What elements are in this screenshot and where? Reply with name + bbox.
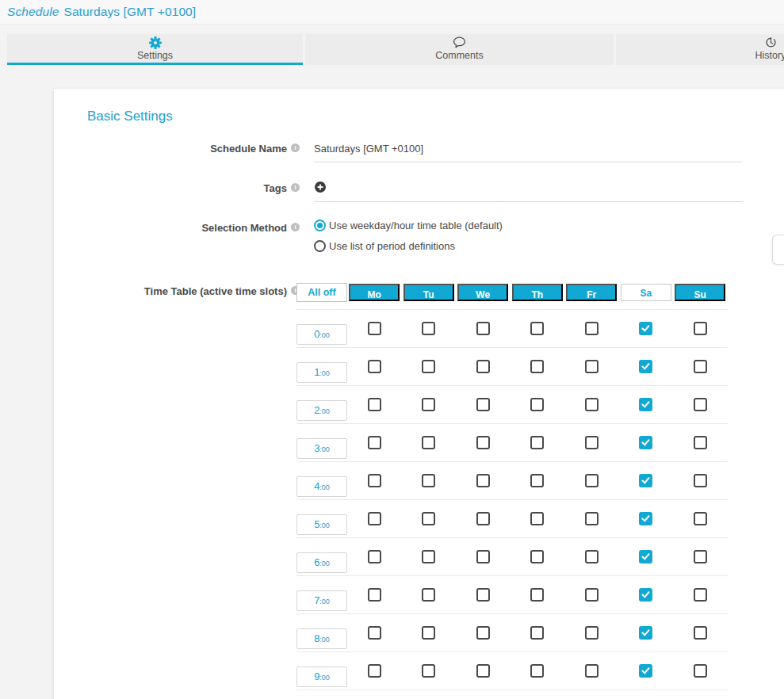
slot-checkbox-mo-2[interactable] bbox=[368, 398, 381, 411]
slot-checkbox-tu-9[interactable] bbox=[422, 664, 435, 678]
slot-checkbox-we-0[interactable] bbox=[476, 322, 490, 335]
slot-checkbox-fr-2[interactable] bbox=[585, 398, 599, 411]
day-toggle-mo[interactable]: Mo bbox=[349, 284, 400, 301]
schedule-name-input[interactable] bbox=[314, 140, 742, 162]
slot-checkbox-fr-1[interactable] bbox=[585, 360, 599, 373]
slot-checkbox-fr-4[interactable] bbox=[585, 474, 599, 487]
slot-checkbox-fr-8[interactable] bbox=[585, 626, 599, 640]
radio-option[interactable]: Use weekday/hour time table (default) bbox=[314, 220, 503, 231]
slot-checkbox-su-2[interactable] bbox=[694, 398, 707, 411]
slot-checkbox-we-4[interactable] bbox=[476, 474, 490, 487]
slot-checkbox-tu-1[interactable] bbox=[422, 360, 435, 373]
slot-checkbox-mo-5[interactable] bbox=[368, 512, 381, 525]
info-icon[interactable]: i bbox=[291, 183, 300, 192]
slot-checkbox-su-6[interactable] bbox=[694, 550, 707, 563]
hour-toggle-2[interactable]: 2:00 bbox=[296, 400, 347, 421]
slot-checkbox-tu-8[interactable] bbox=[422, 626, 435, 640]
slot-checkbox-we-3[interactable] bbox=[476, 436, 490, 449]
slot-checkbox-sa-7[interactable] bbox=[639, 588, 652, 602]
slot-checkbox-tu-5[interactable] bbox=[422, 512, 435, 525]
hour-toggle-1[interactable]: 1:00 bbox=[296, 362, 347, 383]
slot-checkbox-sa-2[interactable] bbox=[639, 398, 652, 411]
slot-checkbox-mo-6[interactable] bbox=[368, 550, 381, 563]
slot-checkbox-fr-5[interactable] bbox=[585, 512, 599, 525]
info-icon[interactable]: i bbox=[291, 143, 300, 152]
slot-checkbox-su-1[interactable] bbox=[694, 360, 707, 373]
slot-checkbox-tu-6[interactable] bbox=[422, 550, 435, 563]
tab-history[interactable]: History bbox=[616, 34, 784, 65]
slot-checkbox-we-2[interactable] bbox=[476, 398, 490, 411]
hour-toggle-5[interactable]: 5:00 bbox=[296, 514, 347, 535]
slot-checkbox-sa-3[interactable] bbox=[639, 436, 652, 449]
slot-checkbox-mo-7[interactable] bbox=[368, 588, 381, 602]
slot-checkbox-we-6[interactable] bbox=[476, 550, 490, 563]
slot-checkbox-mo-1[interactable] bbox=[368, 360, 381, 373]
day-toggle-sa[interactable]: Sa bbox=[621, 284, 671, 301]
slot-checkbox-th-6[interactable] bbox=[530, 550, 544, 563]
day-toggle-su[interactable]: Su bbox=[675, 284, 725, 301]
hour-toggle-6[interactable]: 6:00 bbox=[296, 552, 347, 573]
slot-checkbox-mo-3[interactable] bbox=[368, 436, 381, 449]
slot-checkbox-su-0[interactable] bbox=[694, 322, 707, 335]
slot-checkbox-fr-0[interactable] bbox=[585, 322, 599, 335]
hour-toggle-3[interactable]: 3:00 bbox=[296, 438, 347, 459]
slot-checkbox-sa-1[interactable] bbox=[639, 360, 652, 373]
slot-checkbox-su-5[interactable] bbox=[694, 512, 707, 525]
slot-checkbox-th-9[interactable] bbox=[530, 664, 544, 678]
slot-checkbox-we-7[interactable] bbox=[476, 588, 490, 602]
slot-checkbox-sa-0[interactable] bbox=[639, 322, 652, 335]
day-toggle-tu[interactable]: Tu bbox=[403, 284, 454, 301]
slot-checkbox-mo-0[interactable] bbox=[368, 322, 381, 335]
tab-settings[interactable]: Settings bbox=[7, 34, 303, 65]
slot-checkbox-sa-4[interactable] bbox=[639, 474, 652, 487]
add-tag-button[interactable] bbox=[315, 181, 326, 195]
slot-checkbox-sa-5[interactable] bbox=[639, 512, 652, 525]
slot-cell bbox=[347, 626, 402, 640]
info-icon[interactable]: i bbox=[291, 223, 300, 231]
all-off-button[interactable]: All off bbox=[296, 283, 347, 302]
slot-checkbox-sa-9[interactable] bbox=[639, 664, 652, 678]
slot-checkbox-tu-0[interactable] bbox=[422, 322, 435, 335]
day-toggle-th[interactable]: Th bbox=[512, 284, 563, 301]
slot-checkbox-fr-7[interactable] bbox=[585, 588, 599, 602]
hour-toggle-7[interactable]: 7:00 bbox=[296, 590, 347, 611]
slot-checkbox-su-9[interactable] bbox=[694, 664, 707, 678]
hour-toggle-0[interactable]: 0:00 bbox=[296, 324, 347, 345]
slot-checkbox-th-8[interactable] bbox=[530, 626, 544, 640]
slot-checkbox-su-8[interactable] bbox=[694, 626, 707, 640]
radio-option[interactable]: Use list of period definitions bbox=[314, 240, 503, 252]
slot-checkbox-th-5[interactable] bbox=[530, 512, 544, 525]
day-toggle-fr[interactable]: Fr bbox=[566, 284, 617, 301]
slot-checkbox-th-4[interactable] bbox=[530, 474, 544, 487]
slot-checkbox-fr-6[interactable] bbox=[585, 550, 599, 563]
slot-checkbox-mo-4[interactable] bbox=[368, 474, 381, 487]
slot-checkbox-we-5[interactable] bbox=[476, 512, 490, 525]
tab-comments[interactable]: Comments bbox=[305, 34, 614, 65]
hour-toggle-9[interactable]: 9:00 bbox=[296, 667, 347, 687]
slot-checkbox-su-7[interactable] bbox=[694, 588, 707, 602]
slot-checkbox-th-1[interactable] bbox=[530, 360, 544, 373]
slot-checkbox-th-2[interactable] bbox=[530, 398, 544, 411]
slot-checkbox-su-4[interactable] bbox=[694, 474, 707, 487]
slot-checkbox-fr-9[interactable] bbox=[585, 664, 599, 678]
slot-checkbox-mo-8[interactable] bbox=[368, 626, 381, 640]
slot-checkbox-th-0[interactable] bbox=[530, 322, 544, 335]
hour-toggle-8[interactable]: 8:00 bbox=[296, 628, 347, 649]
day-toggle-we[interactable]: We bbox=[457, 284, 508, 301]
slot-checkbox-tu-2[interactable] bbox=[422, 398, 435, 411]
hour-toggle-4[interactable]: 4:00 bbox=[296, 476, 347, 497]
slot-checkbox-mo-9[interactable] bbox=[368, 664, 381, 678]
side-panel-handle[interactable] bbox=[772, 235, 784, 265]
slot-checkbox-tu-7[interactable] bbox=[422, 588, 435, 602]
slot-checkbox-we-9[interactable] bbox=[476, 664, 490, 678]
slot-checkbox-th-7[interactable] bbox=[530, 588, 544, 602]
slot-checkbox-sa-8[interactable] bbox=[639, 626, 652, 640]
slot-checkbox-fr-3[interactable] bbox=[585, 436, 599, 449]
slot-checkbox-we-1[interactable] bbox=[476, 360, 490, 373]
slot-checkbox-we-8[interactable] bbox=[476, 626, 490, 640]
slot-checkbox-th-3[interactable] bbox=[530, 436, 544, 449]
slot-checkbox-sa-6[interactable] bbox=[639, 550, 652, 563]
slot-checkbox-tu-4[interactable] bbox=[422, 474, 435, 487]
slot-checkbox-tu-3[interactable] bbox=[422, 436, 435, 449]
slot-checkbox-su-3[interactable] bbox=[694, 436, 707, 449]
